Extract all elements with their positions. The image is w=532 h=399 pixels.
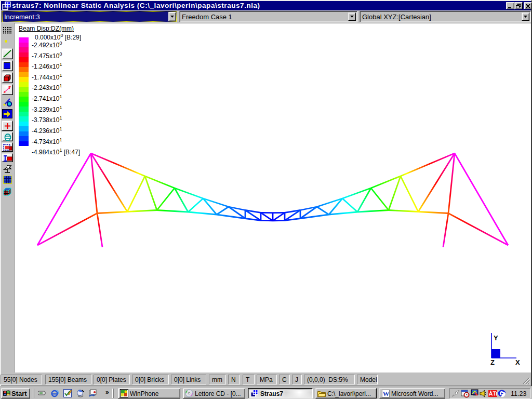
svg-text:Y: Y [494,334,498,342]
svg-text:W: W [382,390,389,397]
svg-text:X: X [515,358,520,365]
svg-text:Z: Z [490,358,495,365]
